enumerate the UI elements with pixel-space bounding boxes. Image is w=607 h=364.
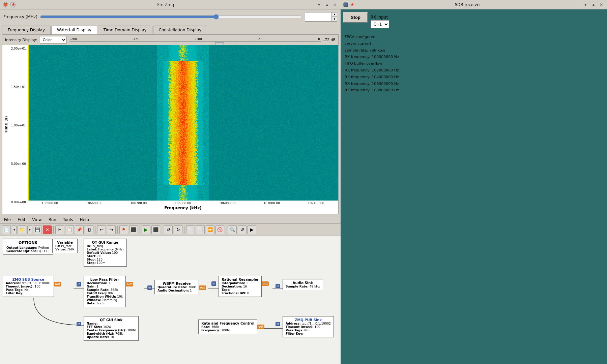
zmq-pub-sink-block[interactable]: ZMQ PUB Sink Address: tcp://1....0.1:100… [283,316,334,337]
lpf-out-port: out [126,282,133,286]
freq-up-btn[interactable]: ▲ [332,12,337,17]
y-tick-5: 2.00e+01 [11,47,26,50]
menu-tools[interactable]: Tools [62,217,75,222]
rational-resampler-block[interactable]: Rational Resampler Interpolation: 1 Deci… [219,276,262,297]
right-titlebar-icons: 📌 [343,2,354,7]
right-titlebar: 📌 SDR receiver ▼ ▲ ✕ [341,0,607,9]
x-tick-3: 106700.00 [131,202,147,205]
right-app-icon [343,2,348,7]
wbfm-block[interactable]: WBFM Receive Quadrature Rate: 768k Audio… [154,280,199,294]
db-scale[interactable] [69,41,321,42]
qt-gui-sink-block[interactable]: QT GUI Sink Name: FFT Size: 1024 Center … [84,316,139,341]
menu-edit[interactable]: Edit [16,217,27,222]
frequency-input-group: 106.800 ▲ ▼ [305,12,337,22]
tab-time-domain[interactable]: Time Domain Display [98,26,152,34]
close-btn[interactable]: ✕ [332,2,338,8]
rate-freq-control-block[interactable]: Rate and Frequency Control Rate: 768k Fr… [198,320,257,334]
frequency-spinners: ▲ ▼ [332,12,337,22]
delete-btn[interactable]: 🗑 [85,225,93,234]
right-maximize-btn[interactable]: ▲ [590,2,597,8]
flag1-btn[interactable]: ⚑ [119,225,128,234]
toolbar-sep-2 [95,226,95,234]
rr-out-port: out [262,281,269,286]
copy-btn[interactable]: 📋 [65,225,74,234]
right-titlebar-buttons: ▼ ▲ ✕ [582,2,604,8]
toolbar-sep-1 [53,226,54,234]
right-stop-area: Stop RX input CH1 CH2 [341,9,607,31]
ch1-select[interactable]: CH1 CH2 [371,20,389,28]
open-btn[interactable]: 📁 [18,225,26,234]
menu-run[interactable]: Run [47,217,58,222]
options-body: Output Language: Python Generate Options… [6,246,50,253]
reset-zoom-btn[interactable]: ↺ [238,225,247,234]
toolbar-sep-7 [226,226,226,234]
view1-btn[interactable]: ⬜ [186,225,195,234]
pin-icon: 📌 [10,2,16,7]
redo-btn[interactable]: ↪ [107,225,116,234]
y-tick-2: 5.00e+00 [11,162,26,165]
run-btn[interactable]: ▶ [142,225,150,234]
y-axis-title: Time (s) [3,45,9,204]
qt-gui-range-title: QT GUI Range [87,241,124,244]
more-btn[interactable]: ▶ [248,225,256,234]
titlebar-icons: 📌 [3,2,16,7]
frequency-input[interactable]: 106.800 [305,12,332,22]
new-file-btn[interactable]: 📄 [2,225,11,234]
fast-fwd-btn[interactable]: ⏩ [206,225,214,234]
maximize-btn[interactable]: ▲ [324,2,330,8]
zmq-pub-sink-in-port: in [276,322,280,326]
wbfm-title: WBFM Receive [157,282,196,285]
stop-button[interactable]: Stop [343,12,368,23]
log-area: FPGA configured server started sample ra… [341,31,607,96]
rotate1-btn[interactable]: ↺ [164,225,173,234]
close-red-btn[interactable]: ✕ [43,225,52,234]
options-block[interactable]: OPTIONS Output Language: Python Generate… [3,239,53,255]
open-dropdown-btn[interactable]: ▾ [27,225,32,234]
rfc-body: Rate: 768k Frequency: 100M [201,325,254,332]
y-axis-container: Time (s) 2.00e+01 1.50e+01 1.00e+01 5.00… [2,45,28,214]
y-tick-4: 1.50e+01 [11,85,26,89]
audio-sink-in-port: in [276,284,280,289]
right-close-btn[interactable]: ✕ [598,2,604,8]
titlebar-right-buttons: ▼ ▲ ✕ [316,2,338,8]
lpf-body: Decimation: 1 Gain: 1 Sample Rate: 768k … [87,281,123,305]
undo-btn[interactable]: ↩ [97,225,106,234]
qt-gui-sink-title: QT GUI Sink [87,318,136,322]
zoom-btn[interactable]: 🔍 [228,225,237,234]
cut-btn[interactable]: ✂ [55,225,64,234]
menu-file[interactable]: File [3,217,12,222]
log-line-1: FPGA configured [345,34,603,40]
wbfm-body: Quadrature Rate: 768k Audio Decimation: … [157,285,196,292]
freq-down-btn[interactable]: ▼ [332,17,337,22]
frequency-slider[interactable] [40,14,302,20]
variable-block[interactable]: Variable ID: rx_rate Value: 768k [52,239,78,253]
menu-view[interactable]: View [31,217,43,222]
flag2-btn[interactable]: ⬛ [129,225,138,234]
view2-btn[interactable]: ⬜ [196,225,205,234]
tab-constellation[interactable]: Constellation Display [153,26,207,34]
minimize-btn[interactable]: ▼ [316,2,322,8]
audio-sink-block[interactable]: Audio Sink Sample Rate: 48 kHz in [283,279,323,290]
intensity-select[interactable]: Color Grayscale [40,36,67,43]
tab-frequency-display[interactable]: Frequency Display [2,26,51,34]
tab-waterfall-display[interactable]: Waterfall Display [51,26,97,34]
waterfall-canvas-container: 106500.00 106600.00 106700.00 106800.00 … [28,45,338,214]
variable-title: Variable [55,241,75,244]
rr-body: Interpolation: 1 Decimation: 16 Taps: Fr… [222,281,259,295]
new-dropdown-btn[interactable]: ▾ [12,225,17,234]
save-btn[interactable]: 💾 [33,225,42,234]
app-icon [3,2,8,7]
zmq-sub-source-block[interactable]: ZMQ SUB Source Address: tcp://1....0.1:1… [3,276,54,297]
paste-btn[interactable]: 📌 [75,225,84,234]
stop-flow-btn[interactable]: ⬛ [151,225,160,234]
low-pass-filter-block[interactable]: Low Pass Filter Decimation: 1 Gain: 1 Sa… [84,276,126,307]
waterfall-display: Intensity Display: Color Grayscale -200 … [2,34,339,214]
rotate2-btn[interactable]: ↻ [174,225,182,234]
qt-gui-range-body: ID: rx_freq Label: Frequency (MHz) Defau… [87,244,124,265]
qt-gui-range-block[interactable]: QT GUI Range ID: rx_freq Label: Frequenc… [84,239,127,267]
menu-help[interactable]: Help [78,217,90,222]
log-line-8: RX frequency: 106000000 Hz [345,81,603,87]
left-panel: 📌 Fm Zmq ▼ ▲ ✕ Frequency (MHz) 106.800 ▲… [0,0,341,364]
halt-btn[interactable]: 🚫 [215,225,224,234]
right-minimize-btn[interactable]: ▼ [582,2,589,8]
